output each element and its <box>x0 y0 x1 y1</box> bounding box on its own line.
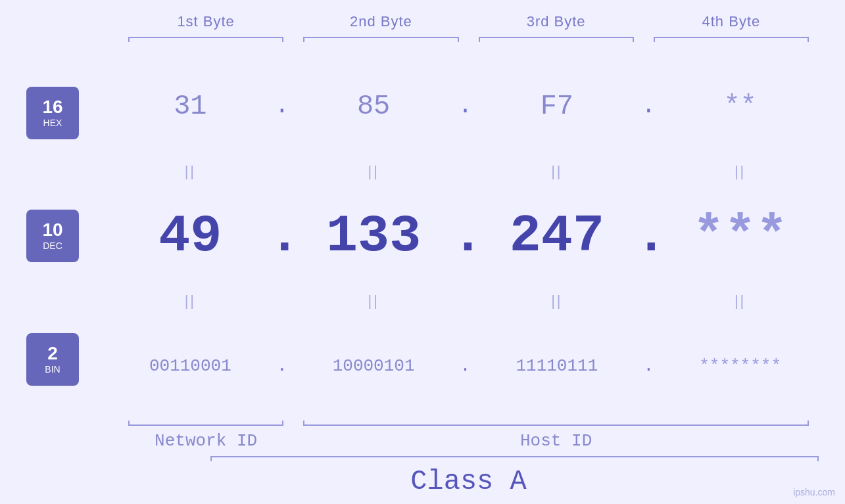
bin-badge-number: 2 <box>47 344 58 363</box>
bin-dot1: . <box>269 357 295 375</box>
hex-dot1: . <box>269 95 295 118</box>
hex-b3-value: F7 <box>541 91 573 122</box>
equals-row-1: || || || || <box>112 162 819 181</box>
values-grid: 31 . 85 . F7 . ** || || <box>112 51 819 421</box>
dec-b3-value: 247 <box>510 206 604 266</box>
dec-badge-number: 10 <box>42 221 62 239</box>
bin-row: 00110001 . 10000101 . 11110111 . *******… <box>112 311 819 421</box>
main-container: 1st Byte 2nd Byte 3rd Byte 4th Byte 16 H… <box>0 0 845 504</box>
hex-b2-value: 85 <box>357 91 390 122</box>
byte3-header: 3rd Byte <box>469 13 644 30</box>
byte1-header: 1st Byte <box>118 13 293 30</box>
bin-dot2: . <box>452 357 479 375</box>
host-id-bracket <box>293 424 819 426</box>
bracket-bar-2 <box>293 37 468 38</box>
bracket-line-3 <box>479 37 634 38</box>
bin-b1-value: 00110001 <box>149 356 231 376</box>
eq2-b1: || <box>112 292 269 309</box>
dec-badge: 10 DEC <box>26 210 79 262</box>
hex-badge-label: HEX <box>43 118 62 128</box>
dec-b2-cell: 133 <box>295 206 452 266</box>
bracket-line-2 <box>303 37 458 38</box>
hex-b4-value: ** <box>723 91 756 122</box>
bracket-bar-4 <box>644 37 819 38</box>
bin-b4-cell: ******** <box>662 356 819 376</box>
eq2-b2: || <box>295 292 452 309</box>
bracket-line-4 <box>654 37 809 38</box>
hex-row: 31 . 85 . F7 . ** <box>112 51 819 162</box>
bracket-line-1 <box>128 37 283 38</box>
hex-b1-cell: 31 <box>112 91 269 122</box>
byte2-header: 2nd Byte <box>293 13 468 30</box>
bin-b4-value: ******** <box>699 356 781 376</box>
hex-b2-cell: 85 <box>295 91 452 122</box>
bin-badge-label: BIN <box>45 364 60 375</box>
equals-row-2: || || || || <box>112 291 819 311</box>
dec-b4-value: *** <box>693 206 788 266</box>
class-bracket-line <box>210 456 819 457</box>
dec-b2-value: 133 <box>326 206 421 266</box>
dec-dot3: . <box>635 210 662 263</box>
hex-b3-cell: F7 <box>479 91 636 122</box>
eq1-b4: || <box>662 163 819 180</box>
byte-headers: 1st Byte 2nd Byte 3rd Byte 4th Byte <box>26 13 819 30</box>
badges-column: 16 HEX 10 DEC 2 BIN <box>26 51 112 421</box>
dec-b4-cell: *** <box>662 206 819 266</box>
hex-badge: 16 HEX <box>26 87 79 139</box>
top-brackets <box>26 37 819 38</box>
hex-dot2: . <box>452 95 479 118</box>
host-bracket-line <box>303 424 809 426</box>
hex-b1-value: 31 <box>174 91 206 122</box>
dec-b1-cell: 49 <box>112 206 269 266</box>
hex-dot3: . <box>635 95 662 118</box>
watermark: ipshu.com <box>793 487 835 497</box>
byte4-header: 4th Byte <box>644 13 819 30</box>
bottom-brackets <box>118 424 819 426</box>
eq1-b2: || <box>295 163 452 180</box>
bin-dot3: . <box>635 357 662 375</box>
bottom-section: Network ID Host ID Class A <box>26 424 819 497</box>
id-labels: Network ID Host ID <box>118 431 819 451</box>
class-row: Class A <box>118 456 819 497</box>
bin-badge: 2 BIN <box>26 333 79 386</box>
host-id-label: Host ID <box>293 431 819 451</box>
bracket-bar-1 <box>118 37 293 38</box>
bin-b3-cell: 11110111 <box>479 356 636 376</box>
hex-b4-cell: ** <box>662 91 819 122</box>
dec-b1-value: 49 <box>158 206 222 266</box>
content-area: 16 HEX 10 DEC 2 BIN 31 . 85 <box>26 51 819 421</box>
dec-b3-cell: 247 <box>479 206 636 266</box>
hex-badge-number: 16 <box>42 98 62 116</box>
network-id-label: Network ID <box>118 431 293 451</box>
dec-dot2: . <box>452 210 479 263</box>
bin-b2-value: 10000101 <box>333 356 415 376</box>
eq1-b1: || <box>112 163 269 180</box>
bin-b2-cell: 10000101 <box>295 356 452 376</box>
bracket-bar-3 <box>469 37 644 38</box>
eq2-b4: || <box>662 292 819 309</box>
bin-b1-cell: 00110001 <box>112 356 269 376</box>
class-label: Class A <box>118 456 819 497</box>
dec-badge-label: DEC <box>43 241 62 251</box>
bin-b3-value: 11110111 <box>516 356 598 376</box>
dec-row: 49 . 133 . 247 . *** <box>112 181 819 292</box>
eq2-b3: || <box>479 292 636 309</box>
network-id-bracket <box>118 424 293 426</box>
eq1-b3: || <box>479 163 636 180</box>
network-bracket-line <box>128 424 283 426</box>
dec-dot1: . <box>269 210 295 263</box>
